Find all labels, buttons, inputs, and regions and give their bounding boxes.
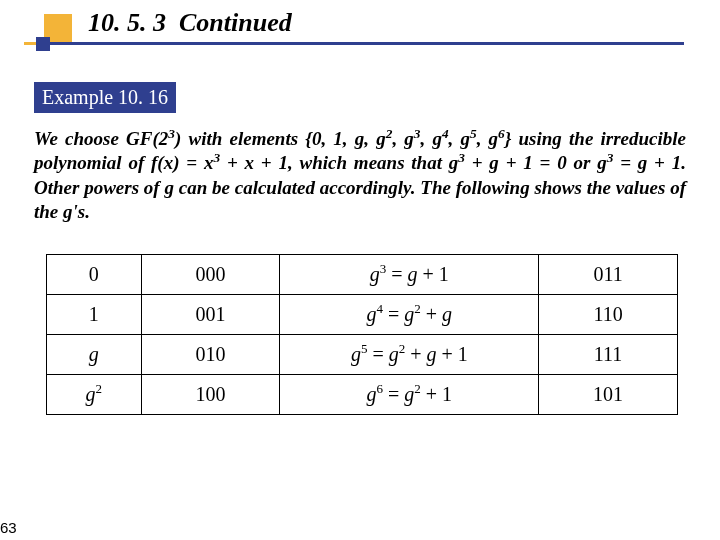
cell-element-left: 0	[47, 255, 142, 295]
cell-element-right: g4 = g2 + g	[280, 295, 539, 335]
cell-binary-right: 111	[539, 335, 678, 375]
title-line: 10. 5. 3 Continued	[0, 8, 720, 38]
example-label: Example 10. 16	[34, 82, 176, 113]
section-word: Continued	[179, 8, 292, 37]
page-number: 63	[0, 519, 17, 536]
cell-binary-left: 000	[141, 255, 280, 295]
cell-binary-right: 110	[539, 295, 678, 335]
header-rule	[0, 42, 720, 60]
cell-binary-left: 010	[141, 335, 280, 375]
cell-element-left: g	[47, 335, 142, 375]
table-row: g010g5 = g2 + g + 1111	[47, 335, 678, 375]
cell-binary-left: 001	[141, 295, 280, 335]
cell-element-left: g2	[47, 375, 142, 415]
cell-element-right: g6 = g2 + 1	[280, 375, 539, 415]
section-number: 10. 5. 3	[88, 8, 166, 37]
example-paragraph: We choose GF(23) with elements {0, 1, g,…	[34, 127, 686, 224]
cell-binary-right: 011	[539, 255, 678, 295]
table-row: g2100g6 = g2 + 1101	[47, 375, 678, 415]
cell-binary-left: 100	[141, 375, 280, 415]
cell-element-left: 1	[47, 295, 142, 335]
cell-element-right: g3 = g + 1	[280, 255, 539, 295]
g-values-table: 0000g3 = g + 10111001g4 = g2 + g110g010g…	[46, 254, 678, 415]
cell-binary-right: 101	[539, 375, 678, 415]
bullet-decor-icon	[44, 14, 72, 42]
slide-header: 10. 5. 3 Continued	[0, 0, 720, 60]
table-row: 0000g3 = g + 1011	[47, 255, 678, 295]
cell-element-right: g5 = g2 + g + 1	[280, 335, 539, 375]
table-row: 1001g4 = g2 + g110	[47, 295, 678, 335]
section-title: 10. 5. 3 Continued	[88, 8, 292, 38]
g-table-wrap: 0000g3 = g + 10111001g4 = g2 + g110g010g…	[46, 254, 678, 415]
rule-main-icon	[48, 42, 684, 45]
